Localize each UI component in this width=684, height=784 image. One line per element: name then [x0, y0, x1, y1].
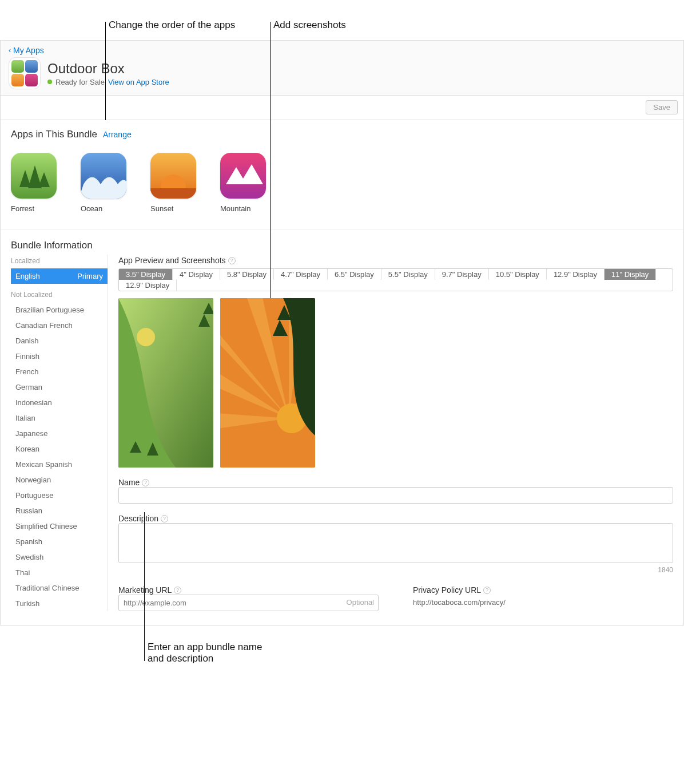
callout-bottom-line	[144, 512, 145, 661]
description-textarea[interactable]	[118, 523, 673, 563]
lang-name: English	[15, 272, 40, 280]
language-sidebar: Localized English Primary Not Localized …	[11, 255, 108, 611]
bundle-info-title: Bundle Information	[1, 229, 683, 255]
apps-in-bundle-section: Apps in This Bundle Arrange Forrest Ocea…	[1, 120, 683, 229]
display-size-tab[interactable]: 11" Display	[605, 269, 656, 280]
lang-item[interactable]: Thai	[11, 565, 108, 580]
lang-item[interactable]: Japanese	[11, 426, 108, 441]
description-label: Description ?	[118, 514, 673, 523]
help-icon[interactable]: ?	[228, 257, 236, 264]
screenshot-2[interactable]	[220, 298, 315, 468]
callout-bundle-name: Enter an app bundle name and description	[148, 642, 684, 664]
lang-item[interactable]: Danish	[11, 333, 108, 349]
screenshots-row	[118, 298, 673, 468]
lang-item-english[interactable]: English Primary	[11, 268, 108, 284]
status-dot-icon	[47, 80, 52, 84]
display-size-tab[interactable]: 4.7" Display	[274, 269, 328, 280]
display-size-tab[interactable]: 9.7" Display	[435, 269, 489, 280]
back-label: My Apps	[13, 46, 44, 55]
callout-screenshots: Add screenshots	[273, 19, 346, 31]
bundle-app[interactable]: Sunset	[150, 153, 198, 213]
help-icon[interactable]: ?	[483, 587, 491, 594]
save-bar: Save	[1, 96, 683, 120]
display-size-tab[interactable]: 12.9" Display	[119, 280, 177, 291]
app-icon-forrest	[11, 153, 57, 199]
name-label: Name ?	[118, 478, 673, 487]
app-label: Sunset	[150, 204, 198, 213]
lang-item[interactable]: Brazilian Portuguese	[11, 302, 108, 318]
lang-item[interactable]: Indonesian	[11, 395, 108, 410]
chevron-left-icon: ‹	[9, 46, 11, 54]
lang-item[interactable]: Portuguese	[11, 488, 108, 503]
bundle-info-body: Localized English Primary Not Localized …	[1, 255, 683, 625]
callout-screenshots-line	[270, 22, 271, 299]
lang-item[interactable]: Korean	[11, 441, 108, 457]
marketing-url-input[interactable]	[118, 595, 379, 611]
lang-item[interactable]: Traditional Chinese	[11, 580, 108, 596]
localized-header: Localized	[11, 255, 108, 268]
save-button[interactable]: Save	[646, 100, 678, 114]
page-title: Outdoor Box	[47, 61, 169, 77]
view-on-store-link[interactable]: View on App Store	[108, 78, 169, 86]
lang-item[interactable]: Russian	[11, 503, 108, 518]
lang-item[interactable]: Turkish	[11, 596, 108, 611]
privacy-url-value: http://tocaboca.com/privacy/	[413, 598, 673, 607]
svg-rect-5	[220, 153, 266, 199]
optional-tag: Optional	[347, 598, 374, 607]
lang-item[interactable]: Canadian French	[11, 318, 108, 333]
help-icon[interactable]: ?	[142, 479, 149, 486]
lang-item[interactable]: Italian	[11, 410, 108, 426]
callout-order-line	[105, 22, 106, 120]
lang-item[interactable]: Norwegian	[11, 472, 108, 488]
content-column: App Preview and Screenshots ? 3.5" Displ…	[108, 255, 673, 611]
display-size-tab[interactable]: 3.5" Display	[119, 269, 173, 280]
char-count: 1840	[118, 566, 673, 574]
display-size-tab[interactable]: 5.5" Display	[381, 269, 435, 280]
display-size-tab[interactable]: 6.5" Display	[328, 269, 381, 280]
not-localized-header: Not Localized	[11, 288, 108, 302]
header: ‹ My Apps Outdoor Box Ready for Sale Vie…	[1, 41, 683, 96]
bundle-app[interactable]: Mountain	[220, 153, 268, 213]
bundle-app[interactable]: Forrest	[11, 153, 59, 213]
lang-item[interactable]: Swedish	[11, 549, 108, 565]
app-label: Forrest	[11, 204, 59, 213]
screenshot-1[interactable]	[118, 298, 213, 468]
app-label: Ocean	[81, 204, 129, 213]
lang-item[interactable]: Finnish	[11, 349, 108, 364]
name-input[interactable]	[118, 487, 673, 504]
help-icon[interactable]: ?	[174, 587, 181, 594]
lang-item[interactable]: Spanish	[11, 534, 108, 549]
app-label: Mountain	[220, 204, 268, 213]
svg-rect-4	[150, 188, 196, 199]
display-size-tab[interactable]: 5.8" Display	[220, 269, 274, 280]
app-icon-ocean	[81, 153, 126, 199]
status-text: Ready for Sale	[55, 78, 105, 86]
app-icon-mountain	[220, 153, 266, 199]
lang-item[interactable]: German	[11, 379, 108, 395]
callout-order: Change the order of the apps	[109, 19, 235, 31]
bundle-icon	[9, 57, 41, 89]
svg-point-7	[137, 328, 155, 346]
display-size-tab[interactable]: 12.9" Display	[547, 269, 605, 280]
lang-item[interactable]: French	[11, 364, 108, 379]
lang-item[interactable]: Mexican Spanish	[11, 457, 108, 472]
help-icon[interactable]: ?	[161, 515, 168, 522]
app-window: ‹ My Apps Outdoor Box Ready for Sale Vie…	[0, 40, 684, 625]
lang-item[interactable]: Simplified Chinese	[11, 518, 108, 534]
primary-badge: Primary	[77, 272, 103, 280]
back-link[interactable]: ‹ My Apps	[9, 46, 44, 55]
display-size-tabs: 3.5" Display4" Display5.8" Display4.7" D…	[118, 268, 673, 291]
marketing-url-label: Marketing URL ?	[118, 585, 379, 595]
arrange-link[interactable]: Arrange	[103, 130, 132, 139]
bundle-app[interactable]: Ocean	[81, 153, 129, 213]
display-size-tab[interactable]: 10.5" Display	[489, 269, 547, 280]
preview-label: App Preview and Screenshots ?	[118, 256, 673, 265]
section-title: Apps in This Bundle	[11, 129, 97, 140]
display-size-tab[interactable]: 4" Display	[173, 269, 220, 280]
app-icon-sunset	[150, 153, 196, 199]
privacy-url-label: Privacy Policy URL ?	[413, 585, 673, 595]
